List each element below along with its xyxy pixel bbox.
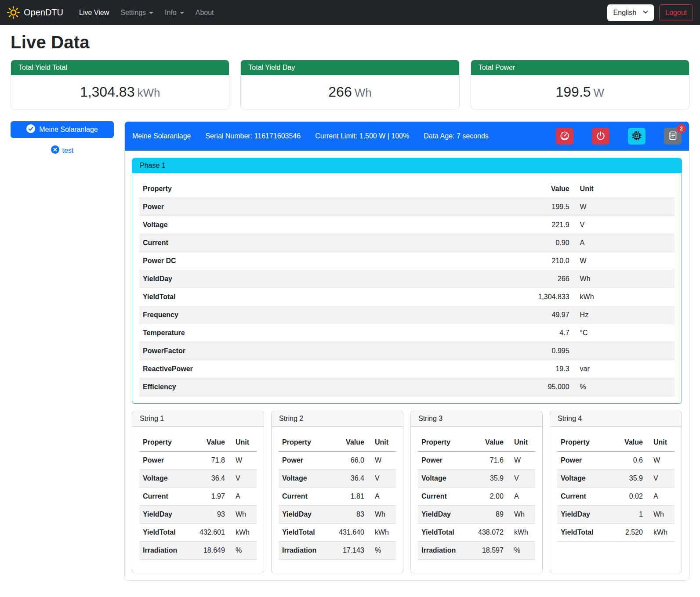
power-icon xyxy=(596,131,606,142)
table-header-row: Property Value Unit xyxy=(279,434,396,452)
cell-value: 93 xyxy=(196,506,228,524)
cell-value: 432.601 xyxy=(196,524,228,542)
chevron-down-icon xyxy=(642,9,649,17)
string-4-table: Property Value Unit Power0.6WVoltage35.9… xyxy=(557,434,675,542)
sidebar-item-label: test xyxy=(62,147,74,155)
total-power-value: 199.5 xyxy=(556,84,591,100)
table-row: Temperature4.7°C xyxy=(139,324,675,342)
table-row: YieldDay1Wh xyxy=(557,506,675,524)
string-title: String 1 xyxy=(132,411,264,427)
cell-property: Frequency xyxy=(139,306,487,324)
nav-item-live-view[interactable]: Live View xyxy=(75,5,113,20)
cell-property: Irradiation xyxy=(139,542,196,560)
cell-property: YieldDay xyxy=(139,270,487,288)
cell-property: Efficiency xyxy=(139,378,487,396)
table-row: Voltage221.9V xyxy=(139,216,675,234)
cell-value: 18.649 xyxy=(196,542,228,560)
inverter-current-limit: Current Limit: 1,500 W | 100% xyxy=(315,132,409,140)
event-log-button[interactable]: 2 xyxy=(664,128,682,145)
cell-unit: kWh xyxy=(507,524,535,542)
card-total-yield-day: Total Yield Day 266Wh xyxy=(240,60,459,109)
cell-property: Voltage xyxy=(279,470,335,488)
table-row: Current1.81A xyxy=(279,488,396,506)
cell-value: 71.8 xyxy=(196,452,228,470)
table-row: YieldTotal431.640kWh xyxy=(279,524,396,542)
cell-unit: W xyxy=(507,452,535,470)
table-row: Power71.6W xyxy=(418,452,535,470)
total-power-unit: W xyxy=(594,86,605,99)
column-header-value: Value xyxy=(613,434,646,452)
language-selected-value: English xyxy=(613,9,636,17)
nav-item-settings[interactable]: Settings xyxy=(116,5,158,20)
column-header-unit: Unit xyxy=(368,434,396,452)
table-row: YieldDay83Wh xyxy=(279,506,396,524)
table-header-row: Property Value Unit xyxy=(139,180,675,198)
nav-item-about[interactable]: About xyxy=(191,5,218,20)
cell-value: 210.0 xyxy=(487,252,573,270)
total-yield-day-unit: Wh xyxy=(355,86,372,99)
cell-value: 49.97 xyxy=(487,306,573,324)
nav-item-info[interactable]: Info xyxy=(160,5,189,20)
power-toggle-button[interactable] xyxy=(592,128,609,145)
brand[interactable]: OpenDTU xyxy=(7,6,63,19)
cell-unit: % xyxy=(573,378,675,396)
chevron-down-icon xyxy=(149,12,153,14)
cell-value: 0.02 xyxy=(613,488,646,506)
device-info-button[interactable] xyxy=(628,128,646,145)
cell-property: Current xyxy=(279,488,335,506)
column-header-unit: Unit xyxy=(646,434,675,452)
string-2-table: Property Value Unit Power66.0WVoltage36.… xyxy=(279,434,396,560)
cell-unit: A xyxy=(646,488,675,506)
table-row: Voltage35.9V xyxy=(557,470,675,488)
column-header-property: Property xyxy=(139,180,487,198)
cell-property: YieldTotal xyxy=(418,524,474,542)
cell-unit: V xyxy=(507,470,535,488)
language-select[interactable]: English xyxy=(607,4,654,21)
table-row: Voltage36.4V xyxy=(139,470,257,488)
inverter-name: Meine Solaranlage xyxy=(132,132,191,140)
sidebar-item-meine-solaranlage[interactable]: Meine Solaranlage xyxy=(11,121,114,138)
cell-value: 1,304.833 xyxy=(487,288,573,306)
inverter-data-age: Data Age: 7 seconds xyxy=(424,132,489,140)
cell-property: YieldTotal xyxy=(139,524,196,542)
table-row: ReactivePower19.3var xyxy=(139,360,675,378)
column-header-property: Property xyxy=(418,434,474,452)
cell-value: 221.9 xyxy=(487,216,573,234)
limit-settings-button[interactable] xyxy=(556,128,573,145)
cell-unit xyxy=(573,342,675,360)
cell-unit: A xyxy=(368,488,396,506)
cell-value: 266 xyxy=(487,270,573,288)
table-row: YieldTotal438.072kWh xyxy=(418,524,535,542)
cell-unit: % xyxy=(368,542,396,560)
cell-property: Irradiation xyxy=(279,542,335,560)
nav-links: Live View Settings Info About xyxy=(75,5,607,20)
table-row: Current2.00A xyxy=(418,488,535,506)
cell-value: 4.7 xyxy=(487,324,573,342)
string-title: String 2 xyxy=(272,411,403,427)
column-header-property: Property xyxy=(279,434,335,452)
brand-title: OpenDTU xyxy=(24,7,63,18)
cell-value: 431.640 xyxy=(335,524,368,542)
table-row: Irradiation18.649% xyxy=(139,542,257,560)
string-3-card: String 3 Property Value Unit xyxy=(410,411,543,573)
column-header-unit: Unit xyxy=(573,180,675,198)
cell-property: Current xyxy=(139,234,487,252)
cell-unit: Wh xyxy=(507,506,535,524)
logout-button[interactable]: Logout xyxy=(659,4,693,21)
summary-cards-row: Total Yield Total 1,304.83kWh Total Yiel… xyxy=(11,60,689,109)
card-title: Total Power xyxy=(471,60,689,75)
cell-property: Irradiation xyxy=(418,542,474,560)
sidebar-item-test[interactable]: test xyxy=(11,145,114,156)
string-1-table: Property Value Unit Power71.8WVoltage36.… xyxy=(139,434,257,560)
sidebar-item-label: Meine Solaranlage xyxy=(39,126,98,134)
table-header-row: Property Value Unit xyxy=(418,434,535,452)
table-row: Power0.6W xyxy=(557,452,675,470)
string-4-card: String 4 Property Value Unit xyxy=(550,411,682,573)
cell-unit: V xyxy=(228,470,257,488)
string-title: String 4 xyxy=(550,411,682,427)
cell-property: Current xyxy=(418,488,474,506)
card-total-yield-total: Total Yield Total 1,304.83kWh xyxy=(11,60,229,109)
string-3-table: Property Value Unit Power71.6WVoltage35.… xyxy=(418,434,535,560)
phase-card: Phase 1 Property Value Unit Power199.5WV… xyxy=(132,158,682,404)
cell-property: YieldTotal xyxy=(279,524,335,542)
